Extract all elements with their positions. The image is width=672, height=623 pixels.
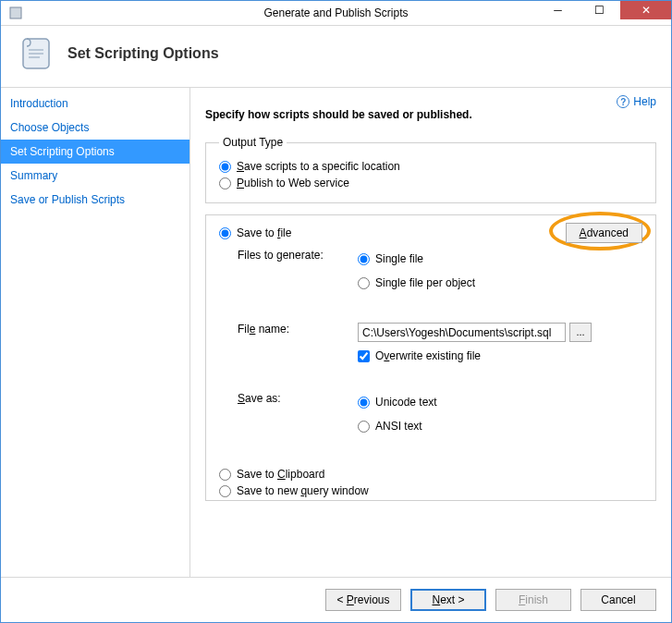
label-save-to-file: Save to file — [237, 226, 291, 239]
nav-save-or-publish[interactable]: Save or Publish Scripts — [1, 188, 189, 212]
wizard-footer: < Previous Next > Finish Cancel — [1, 577, 671, 622]
label-unicode: Unicode text — [375, 396, 437, 409]
label-files-to-generate: Files to generate: — [238, 249, 358, 262]
nav-introduction[interactable]: Introduction — [1, 92, 189, 116]
previous-button[interactable]: < Previous — [325, 589, 401, 611]
label-save-to-query-window: Save to new query window — [237, 484, 369, 497]
browse-button[interactable]: ... — [569, 323, 592, 342]
label-save-to-clipboard: Save to Clipboard — [237, 468, 324, 481]
output-type-legend: Output Type — [219, 136, 287, 149]
nav-choose-objects[interactable]: Choose Objects — [1, 116, 189, 140]
nav-summary[interactable]: Summary — [1, 164, 189, 188]
wizard-window: Generate and Publish Scripts ─ ☐ ✕ Set S… — [0, 0, 672, 623]
label-single-file-per-object: Single file per object — [375, 276, 475, 289]
titlebar: Generate and Publish Scripts ─ ☐ ✕ — [1, 1, 671, 26]
label-save-as: Save as: — [238, 392, 358, 405]
minimize-button[interactable]: ─ — [537, 1, 579, 19]
output-type-group: Output Type Save scripts to a specific l… — [205, 136, 656, 203]
close-button[interactable]: ✕ — [620, 1, 671, 19]
finish-button[interactable]: Finish — [495, 589, 571, 611]
radio-ansi[interactable] — [358, 421, 370, 433]
wizard-main: ? Help Specify how scripts should be sav… — [190, 88, 671, 577]
label-overwrite: Overwrite existing file — [375, 349, 481, 362]
window-controls: ─ ☐ ✕ — [537, 1, 671, 19]
next-button[interactable]: Next > — [410, 589, 486, 611]
wizard-body: Introduction Choose Objects Set Scriptin… — [1, 88, 671, 577]
radio-unicode[interactable] — [358, 397, 370, 409]
radio-save-to-query-window[interactable] — [219, 485, 231, 497]
wizard-sidebar: Introduction Choose Objects Set Scriptin… — [1, 88, 190, 577]
advanced-button[interactable]: Advanced — [566, 223, 642, 243]
radio-publish-web[interactable] — [219, 177, 231, 189]
radio-single-file-per-object[interactable] — [358, 277, 370, 289]
help-icon: ? — [617, 95, 629, 108]
label-save-to-location: Save scripts to a specific location — [237, 160, 400, 173]
file-path-input[interactable] — [358, 323, 566, 342]
label-file-name: File name: — [238, 323, 358, 336]
radio-single-file[interactable] — [358, 253, 370, 265]
script-icon — [19, 35, 56, 72]
help-link[interactable]: ? Help — [617, 95, 656, 108]
label-single-file: Single file — [375, 252, 423, 265]
radio-save-to-file[interactable] — [219, 227, 231, 239]
save-options-group: Save to file Advanced Files to generate:… — [205, 214, 656, 501]
advanced-highlight: Advanced — [566, 223, 642, 243]
help-label: Help — [633, 95, 656, 108]
page-title: Set Scripting Options — [67, 45, 219, 62]
radio-save-to-location[interactable] — [219, 161, 231, 173]
maximize-button[interactable]: ☐ — [579, 1, 620, 19]
cancel-button[interactable]: Cancel — [580, 589, 656, 611]
instruction-text: Specify how scripts should be saved or p… — [205, 108, 656, 121]
label-publish-web: Publish to Web service — [237, 177, 349, 189]
wizard-header: Set Scripting Options — [1, 26, 671, 88]
label-ansi: ANSI text — [375, 420, 422, 433]
nav-set-scripting-options[interactable]: Set Scripting Options — [1, 140, 189, 164]
radio-save-to-clipboard[interactable] — [219, 469, 231, 481]
checkbox-overwrite[interactable] — [358, 350, 370, 362]
